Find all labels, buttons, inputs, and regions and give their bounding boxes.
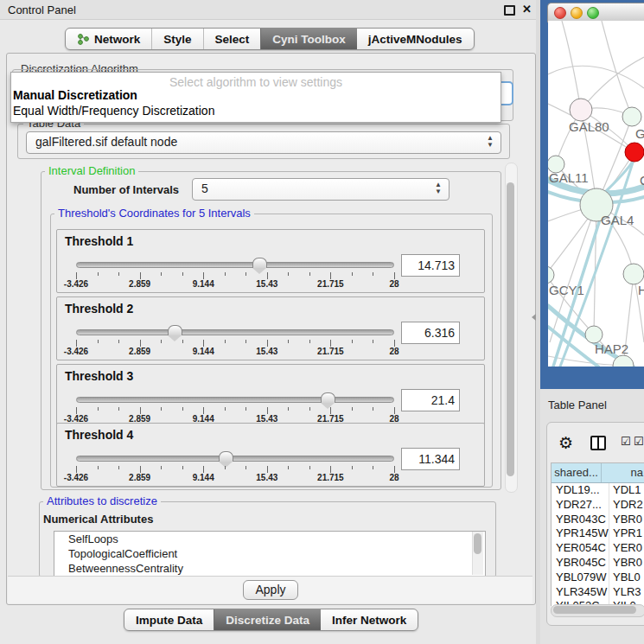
- slider-tick: [288, 340, 289, 343]
- slider-tick: [118, 272, 119, 276]
- settings-gear-icon[interactable]: ⚙: [558, 433, 573, 453]
- network-icon: [77, 33, 89, 45]
- slider-tick-label: -3.426: [64, 347, 88, 356]
- network-node[interactable]: [548, 266, 554, 284]
- slider-thumb[interactable]: [219, 451, 233, 462]
- table-row[interactable]: YBR043CYBR0: [552, 513, 644, 527]
- table-row[interactable]: YDL19...YDL1: [552, 483, 644, 498]
- slider-tick-label: 28: [389, 473, 399, 482]
- table-panel-toolbar: ⚙ ☑ ☑: [548, 432, 644, 456]
- table-horizontal-scrollbar[interactable]: [551, 604, 644, 617]
- threshold-slider[interactable]: [76, 393, 394, 405]
- threshold-value-field[interactable]: 21.4: [401, 389, 460, 411]
- slider-tick: [309, 466, 310, 469]
- settings-scrollbar-thumb[interactable]: [507, 182, 514, 476]
- table-cell: YDR2: [609, 498, 644, 513]
- attributes-list-scrollbar-thumb[interactable]: [474, 533, 481, 554]
- column-header-shared-name[interactable]: shared...: [552, 463, 602, 482]
- network-node[interactable]: [625, 143, 644, 162]
- slider-tick-labels: -3.4262.8599.14415.4321.71528: [76, 473, 394, 482]
- interval-definition-label: Interval Definition: [45, 165, 138, 177]
- tab-cyni-toolbox[interactable]: Cyni Toolbox: [260, 29, 357, 49]
- tab-select[interactable]: Select: [203, 29, 261, 49]
- apply-button[interactable]: Apply: [243, 580, 298, 600]
- slider-track[interactable]: [76, 456, 394, 462]
- table-cell: YBR045C: [552, 556, 609, 571]
- slider-tick: [373, 407, 373, 411]
- network-node-label: HAP2: [595, 341, 628, 356]
- tab-jactivemnodules[interactable]: jActiveMNodules: [357, 29, 474, 49]
- table-row[interactable]: YER054CYER0: [552, 541, 644, 556]
- tab-impute-data[interactable]: Impute Data: [124, 609, 214, 630]
- close-traffic-light[interactable]: [554, 7, 566, 19]
- settings-scrollbar[interactable]: [505, 163, 518, 493]
- slider-tick: [182, 340, 183, 343]
- network-node[interactable]: [622, 107, 641, 126]
- popup-option-equal-width-frequency[interactable]: Equal Width/Frequency Discretization: [13, 104, 214, 118]
- number-of-intervals-label: Number of Intervals: [73, 183, 179, 196]
- tab-network[interactable]: Network: [66, 29, 151, 49]
- network-node[interactable]: [585, 326, 603, 343]
- slider-tick: [394, 466, 395, 473]
- table-cell: YDL1: [609, 483, 644, 498]
- table-horizontal-scrollbar-thumb[interactable]: [553, 606, 636, 614]
- slider-track[interactable]: [76, 329, 394, 335]
- table-row[interactable]: YLR345WYLR3: [552, 585, 644, 600]
- number-of-intervals-combo[interactable]: 5 ▲▼: [192, 178, 450, 201]
- attribute-item[interactable]: TopologicalCoefficient: [54, 546, 485, 561]
- slider-thumb[interactable]: [168, 325, 182, 335]
- network-window-titlebar[interactable]: [547, 3, 644, 22]
- split-columns-icon[interactable]: [590, 436, 606, 450]
- float-window-icon[interactable]: [504, 5, 515, 16]
- slider-tick-label: 2.859: [129, 279, 150, 289]
- attribute-item[interactable]: SelfLoops: [54, 532, 485, 546]
- select-all-check-icon[interactable]: ☑: [634, 435, 644, 448]
- close-icon[interactable]: ✕: [522, 3, 532, 16]
- slider-thumb[interactable]: [252, 258, 267, 268]
- slider-tick: [288, 466, 289, 469]
- table-row[interactable]: YBR045CYBR0: [552, 556, 644, 571]
- numerical-attributes-list: SelfLoopsTopologicalCoefficientBetweenne…: [54, 531, 486, 577]
- network-node[interactable]: [623, 264, 644, 284]
- slider-track[interactable]: [76, 262, 394, 268]
- slider-tick: [245, 272, 246, 276]
- tab-discretize-data[interactable]: Discretize Data: [214, 609, 321, 630]
- threshold-value-field[interactable]: 11.344: [401, 448, 460, 470]
- attribute-item[interactable]: BetweennessCentrality: [54, 561, 485, 576]
- tab-style[interactable]: Style: [151, 29, 202, 49]
- network-node[interactable]: [570, 99, 592, 121]
- slider-tick: [98, 340, 99, 343]
- minimize-traffic-light[interactable]: [571, 7, 583, 19]
- slider-tick: [182, 466, 183, 469]
- threshold-slider[interactable]: [76, 452, 394, 464]
- divider-collapse-handle[interactable]: [532, 314, 536, 321]
- popup-option-manual-discretization[interactable]: Manual Discretization: [13, 88, 137, 102]
- table-row[interactable]: YDR27...YDR2: [552, 498, 644, 513]
- slider-tick: [267, 340, 268, 347]
- slider-tick: [267, 272, 268, 279]
- table-row[interactable]: YBL079WYBL0: [552, 571, 644, 585]
- threshold-value-field[interactable]: 14.713: [401, 254, 460, 277]
- numerical-attributes-label: Numerical Attributes: [43, 513, 153, 526]
- column-header-name[interactable]: na: [602, 463, 644, 482]
- table-data-combo[interactable]: galFiltered.sif default node ▲▼: [26, 131, 501, 154]
- slider-tick: [267, 407, 268, 414]
- zoom-traffic-light[interactable]: [587, 7, 599, 19]
- threshold-value-field[interactable]: 6.316: [401, 322, 460, 344]
- threshold-slider[interactable]: [76, 326, 394, 338]
- table-row[interactable]: YPR145WYPR1: [552, 526, 644, 541]
- table-header-row: shared... na: [552, 463, 644, 483]
- table-cell: YBR043C: [552, 513, 609, 527]
- threshold-panel: Threshold 3 -3.4262.8599.14415.4321.7152…: [56, 364, 485, 428]
- network-canvas[interactable]: GAL80G.CGAL11GAL4GCY1HHAP2: [548, 21, 644, 367]
- slider-thumb[interactable]: [321, 392, 335, 403]
- tab-infer-network[interactable]: Infer Network: [321, 609, 418, 630]
- network-node-label: GAL4: [601, 213, 634, 227]
- slider-tick: [182, 407, 183, 411]
- slider-tick: [330, 272, 331, 279]
- slider-track[interactable]: [76, 397, 394, 403]
- attributes-list-scrollbar[interactable]: [472, 532, 483, 575]
- threshold-slider[interactable]: [76, 258, 394, 271]
- select-all-check-icon[interactable]: ☑: [621, 435, 631, 448]
- slider-tick: [225, 466, 226, 469]
